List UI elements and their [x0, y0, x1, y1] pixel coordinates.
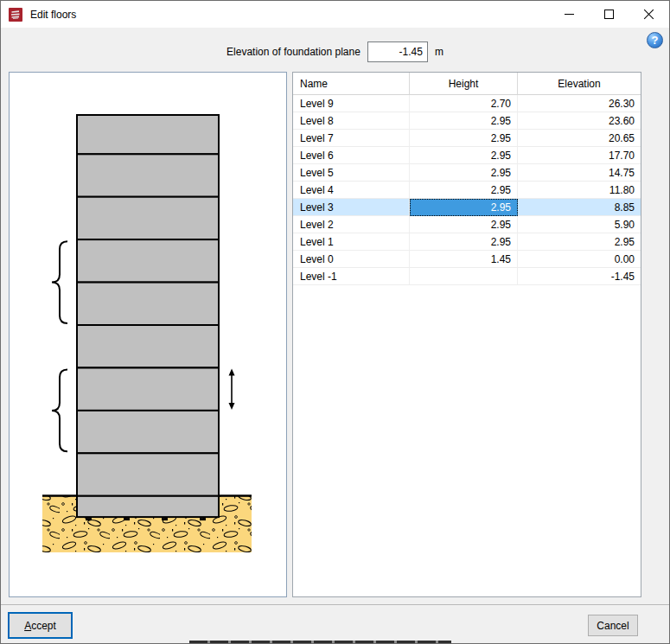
cell-height[interactable]: 2.95: [410, 182, 518, 199]
cell-elevation[interactable]: 8.85: [518, 199, 641, 216]
cell-height[interactable]: 2.95: [410, 164, 518, 182]
table-row: Level 82.9523.60: [293, 112, 641, 130]
cell-height[interactable]: 2.95: [410, 112, 518, 130]
close-icon[interactable]: [629, 1, 669, 28]
table-row: Level -1-1.45: [293, 268, 641, 285]
cell-elevation[interactable]: 26.30: [518, 95, 641, 112]
cell-elevation[interactable]: -1.45: [518, 268, 641, 285]
minimize-icon[interactable]: [550, 1, 590, 28]
caption-buttons: [550, 1, 669, 28]
cancel-button[interactable]: Cancel: [588, 615, 638, 636]
cell-elevation[interactable]: 23.60: [518, 112, 641, 130]
table-row: Level 62.9517.70: [293, 147, 641, 164]
cell-height[interactable]: [410, 268, 518, 285]
cell-height[interactable]: 2.95: [410, 216, 518, 233]
cell-elevation[interactable]: 11.80: [518, 182, 641, 199]
window-title: Edit floors: [30, 9, 76, 21]
column-header-name: Name: [293, 73, 410, 95]
floors-table-header: NameHeightElevation: [293, 73, 641, 95]
table-row: Level 42.9511.80: [293, 182, 641, 199]
building-elevation-diagram: [10, 73, 286, 596]
table-row: Level 52.9514.75: [293, 164, 641, 182]
foundation-elevation-unit: m: [435, 46, 443, 58]
column-header-height: Height: [410, 73, 518, 95]
cell-elevation[interactable]: 0.00: [518, 251, 641, 268]
foundation-elevation-input[interactable]: [367, 41, 428, 62]
cell-name[interactable]: Level 0: [293, 251, 410, 268]
cell-name[interactable]: Level 9: [293, 95, 410, 112]
cell-name[interactable]: Level 4: [293, 182, 410, 199]
cell-height[interactable]: 2.95: [410, 199, 518, 216]
cell-name[interactable]: Level -1: [293, 268, 410, 285]
edit-floors-dialog: Edit floors ? Elevation of foundation pl…: [0, 0, 670, 644]
accept-button[interactable]: Accept: [8, 612, 73, 639]
table-row: Level 22.955.90: [293, 216, 641, 233]
app-icon: [9, 8, 22, 22]
cell-name[interactable]: Level 3: [293, 199, 410, 216]
cell-name[interactable]: Level 7: [293, 130, 410, 147]
table-row: Level 92.7026.30: [293, 95, 641, 112]
cell-elevation[interactable]: 20.65: [518, 130, 641, 147]
cell-name[interactable]: Level 2: [293, 216, 410, 233]
floors-table-body: Level 92.7026.30Level 82.9523.60Level 72…: [293, 95, 641, 285]
foundation-elevation-label: Elevation of foundation plane: [227, 46, 361, 58]
cell-height[interactable]: 2.95: [410, 233, 518, 251]
floors-table: NameHeightElevation Level 92.7026.30Leve…: [292, 72, 641, 597]
table-row: Level 72.9520.65: [293, 130, 641, 147]
cell-name[interactable]: Level 5: [293, 164, 410, 182]
cell-height[interactable]: 2.95: [410, 147, 518, 164]
cell-elevation[interactable]: 2.95: [518, 233, 641, 251]
building-preview-panel: [9, 72, 287, 597]
cell-height[interactable]: 1.45: [410, 251, 518, 268]
cell-elevation[interactable]: 14.75: [518, 164, 641, 182]
table-row: Level 01.450.00: [293, 251, 641, 268]
cell-name[interactable]: Level 8: [293, 112, 410, 130]
foundation-elevation-row: Elevation of foundation plane m: [1, 41, 669, 62]
footer-separator: [1, 604, 669, 605]
cell-elevation[interactable]: 17.70: [518, 147, 641, 164]
cell-height[interactable]: 2.95: [410, 130, 518, 147]
cell-name[interactable]: Level 6: [293, 147, 410, 164]
column-header-elevation: Elevation: [518, 73, 641, 95]
table-row: Level 32.958.85: [293, 199, 641, 216]
background-taskbar-strip: [189, 641, 451, 643]
cell-elevation[interactable]: 5.90: [518, 216, 641, 233]
cell-height[interactable]: 2.70: [410, 95, 518, 112]
maximize-icon[interactable]: [590, 1, 629, 28]
table-row: Level 12.952.95: [293, 233, 641, 251]
titlebar: Edit floors: [1, 1, 669, 28]
cell-name[interactable]: Level 1: [293, 233, 410, 251]
